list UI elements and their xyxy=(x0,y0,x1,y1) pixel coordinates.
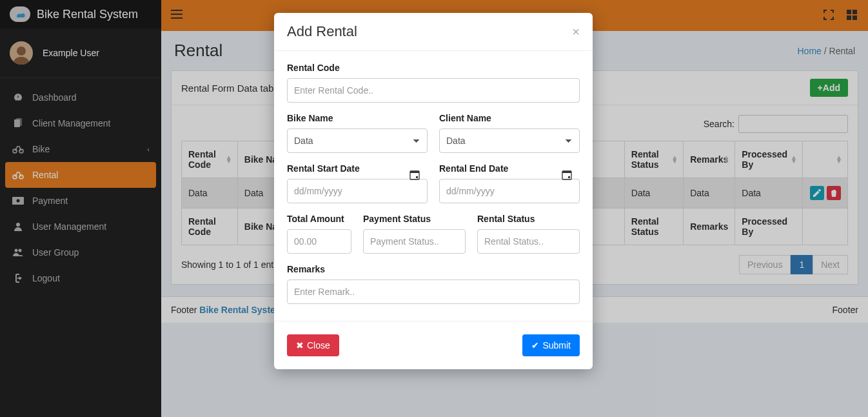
client-name-label: Client Name xyxy=(439,113,580,123)
modal-header: Add Rental × xyxy=(274,13,593,51)
close-icon[interactable]: × xyxy=(572,25,580,39)
rental-code-label: Rental Code xyxy=(287,63,580,73)
x-icon: ✖ xyxy=(296,340,304,351)
payment-status-input[interactable] xyxy=(363,229,466,254)
start-date-input[interactable] xyxy=(287,179,428,203)
rental-status-label: Rental Status xyxy=(477,214,580,224)
end-date-input[interactable] xyxy=(439,179,580,203)
submit-button[interactable]: ✔ Submit xyxy=(522,334,580,356)
remarks-input[interactable] xyxy=(287,280,580,304)
remarks-label: Remarks xyxy=(287,264,580,274)
bike-name-select[interactable]: Data xyxy=(287,128,428,153)
total-amount-input[interactable] xyxy=(287,229,351,254)
payment-status-label: Payment Status xyxy=(363,214,466,224)
modal-body: Rental Code Bike Name Data Client Name D… xyxy=(274,51,593,321)
svg-rect-23 xyxy=(568,176,570,178)
add-rental-modal: Add Rental × Rental Code Bike Name Data … xyxy=(274,13,593,369)
close-button[interactable]: ✖ Close xyxy=(287,334,339,356)
client-name-select[interactable]: Data xyxy=(439,128,580,153)
start-date-label: Rental Start Date xyxy=(287,163,428,174)
svg-rect-20 xyxy=(416,176,418,178)
end-date-label: Rental End Date xyxy=(439,163,580,174)
rental-status-input[interactable] xyxy=(477,229,580,254)
modal-footer: ✖ Close ✔ Submit xyxy=(274,321,593,369)
total-amount-label: Total Amount xyxy=(287,214,351,224)
bike-name-label: Bike Name xyxy=(287,113,428,123)
check-icon: ✔ xyxy=(531,340,539,351)
modal-title: Add Rental xyxy=(287,23,357,40)
rental-code-input[interactable] xyxy=(287,78,580,103)
